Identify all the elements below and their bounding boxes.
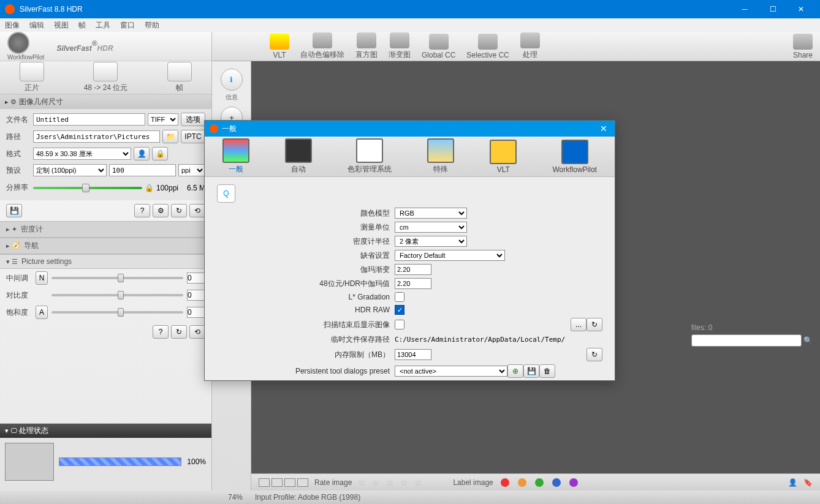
menu-view[interactable]: 视图 — [54, 20, 69, 31]
label-purple[interactable] — [569, 478, 578, 487]
refresh2-button[interactable]: ↻ — [171, 325, 187, 339]
user-icon[interactable]: 👤 — [788, 478, 797, 487]
inp-gamma48[interactable] — [395, 278, 431, 289]
tool-share[interactable]: Share — [793, 34, 813, 59]
sel-colormodel[interactable]: RGB — [395, 208, 467, 219]
star-2[interactable]: ☆ — [372, 478, 380, 487]
sel-persist[interactable]: <not active> — [395, 366, 507, 377]
info-tool[interactable]: ℹ — [221, 69, 243, 91]
browse-showafter[interactable]: ... — [571, 318, 587, 331]
star-5[interactable]: ☆ — [414, 478, 422, 487]
gear-button[interactable]: ⚙ — [153, 204, 169, 217]
star-4[interactable]: ☆ — [400, 478, 408, 487]
midtone-value[interactable] — [187, 273, 205, 284]
quicktime-icon[interactable]: Q — [217, 184, 235, 203]
saturation-slider[interactable] — [51, 311, 183, 314]
minimize-button[interactable]: ─ — [731, 0, 759, 18]
star-1[interactable]: ☆ — [358, 478, 366, 487]
menu-help[interactable]: 帮助 — [145, 20, 159, 31]
tab-workflowpilot[interactable]: WorkflowPilot — [552, 140, 596, 174]
tab-special[interactable]: 特殊 — [427, 138, 454, 175]
tool-gradient[interactable]: 渐变图 — [389, 32, 411, 60]
path-input[interactable] — [33, 130, 160, 143]
star-3[interactable]: ☆ — [386, 478, 394, 487]
midtone-slider[interactable] — [51, 277, 183, 279]
contrast-slider[interactable] — [51, 294, 183, 296]
tool-autocolor[interactable]: 自动色偏移除 — [300, 32, 344, 60]
chk-lgrad[interactable] — [395, 292, 404, 302]
tool-vlt[interactable]: VLT — [270, 34, 289, 59]
view-list-icon[interactable] — [271, 478, 283, 487]
tool-histogram[interactable]: 直方图 — [355, 32, 378, 60]
inp-gamma[interactable] — [395, 264, 431, 275]
tool-globalcc[interactable]: Global CC — [422, 34, 455, 59]
workflowpilot-icon[interactable] — [7, 32, 29, 54]
midtone-n-button[interactable]: N — [36, 271, 48, 285]
resolution-slider[interactable] — [33, 187, 142, 189]
process-header[interactable]: ▾ 🖵 处理状态 — [0, 424, 211, 438]
persist-delete[interactable]: 🗑 — [539, 364, 555, 378]
search-input[interactable] — [691, 334, 802, 347]
view-single-icon[interactable] — [297, 478, 308, 487]
inp-memlimit[interactable] — [395, 349, 431, 360]
lock-aspect-button[interactable]: 🔒 — [152, 147, 168, 160]
persist-save[interactable]: 💾 — [523, 364, 539, 378]
contrast-value[interactable] — [187, 290, 205, 301]
reset2-button[interactable]: ⟲ — [189, 325, 205, 339]
bookmark-icon[interactable]: 🔖 — [803, 478, 813, 487]
filename-input[interactable] — [33, 113, 145, 126]
help-button[interactable]: ? — [134, 204, 150, 217]
tab-auto[interactable]: 自动 — [285, 138, 312, 175]
tab-vlt[interactable]: VLT — [490, 140, 517, 174]
saturation-a-button[interactable]: A — [36, 306, 48, 319]
tab-general[interactable]: 一般 — [222, 138, 249, 175]
view-grid-icon[interactable] — [259, 478, 270, 487]
help2-button[interactable]: ? — [153, 325, 169, 339]
iptc-button[interactable]: IPTC — [181, 130, 205, 143]
menu-image[interactable]: 图像 — [5, 20, 20, 31]
sel-unit[interactable]: cm — [395, 222, 467, 233]
preset-num[interactable] — [109, 164, 176, 176]
mode-48to24[interactable]: 48 -> 24 位元 — [84, 62, 128, 93]
label-green[interactable] — [535, 478, 544, 487]
sel-defaults[interactable]: Factory Default — [395, 250, 505, 261]
options-button[interactable]: 选项 — [181, 113, 205, 126]
menu-tools[interactable]: 工具 — [96, 20, 110, 31]
folder-button[interactable]: 📁 — [162, 130, 178, 143]
section-densitometer[interactable]: ▸ ✦ 密度计 — [0, 221, 211, 238]
dialog-close-button[interactable]: ✕ — [598, 124, 610, 134]
reset-memlimit[interactable]: ↻ — [587, 348, 602, 361]
orient-button[interactable]: 👤 — [134, 147, 150, 160]
label-orange[interactable] — [518, 478, 526, 487]
section-navigator[interactable]: ▸ 🧭 导航 — [0, 238, 211, 254]
save-icon-button[interactable]: 💾 — [6, 204, 22, 217]
preset-unit[interactable]: ppi — [178, 164, 205, 176]
lock-icon[interactable]: 🔒 — [145, 184, 154, 192]
mode-positive[interactable]: 正片 — [20, 62, 44, 93]
refresh-button[interactable]: ↻ — [171, 204, 187, 217]
persist-add[interactable]: ⊕ — [507, 364, 523, 378]
tab-cms[interactable]: 色彩管理系统 — [347, 138, 392, 175]
label-blue[interactable] — [552, 478, 561, 487]
reset-button[interactable]: ⟲ — [189, 204, 205, 217]
sel-densradius[interactable]: 2 像素 — [395, 236, 467, 247]
menu-edit[interactable]: 编辑 — [29, 20, 44, 31]
label-red[interactable] — [501, 478, 509, 487]
mode-frame[interactable]: 帧 — [167, 62, 192, 93]
preset-select[interactable]: 定制 (100ppi) — [33, 164, 107, 176]
menu-frame[interactable]: 帧 — [78, 20, 86, 31]
chk-hdrraw[interactable]: ✓ — [395, 305, 404, 315]
format-select[interactable]: TIFF — [148, 113, 178, 126]
search-icon[interactable]: 🔍 — [803, 336, 813, 345]
menu-window[interactable]: 窗口 — [120, 20, 135, 31]
section-picture-settings[interactable]: ▾ ☰ Picture settings — [0, 254, 211, 269]
tool-selectivecc[interactable]: Selective CC — [466, 34, 509, 59]
chk-showafter[interactable] — [395, 320, 404, 329]
dimensions-select[interactable]: 48.59 x 30.38 厘米 — [33, 148, 131, 160]
maximize-button[interactable]: ☐ — [759, 0, 787, 18]
close-button[interactable]: ✕ — [787, 0, 815, 18]
reset-showafter[interactable]: ↻ — [587, 318, 602, 331]
dialog-titlebar[interactable]: 一般 ✕ — [205, 121, 615, 137]
geom-header[interactable]: ▸ ⚙ 图像几何尺寸 — [0, 95, 211, 109]
view-detail-icon[interactable] — [284, 478, 295, 487]
